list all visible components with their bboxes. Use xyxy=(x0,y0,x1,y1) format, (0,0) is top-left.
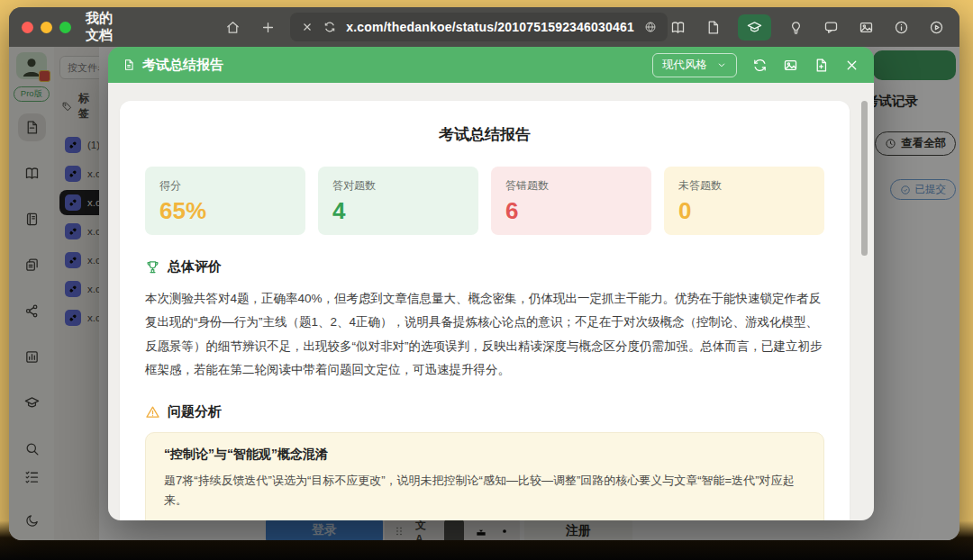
reader-book-icon[interactable] xyxy=(668,17,688,38)
document-icon[interactable] xyxy=(703,17,723,38)
refresh-icon[interactable] xyxy=(323,21,336,33)
stat-correct: 答对题数 4 xyxy=(318,167,478,235)
export-image-icon[interactable] xyxy=(783,58,798,73)
url-text[interactable]: x.com/thedankoe/status/20107515923460304… xyxy=(346,20,634,34)
new-tab-icon[interactable] xyxy=(260,20,276,35)
stat-value: 4 xyxy=(332,199,464,222)
stat-value: 0 xyxy=(678,199,810,222)
modal-scrollbar[interactable] xyxy=(861,101,868,256)
issues-heading-label: 问题分析 xyxy=(168,403,222,420)
overall-heading-label: 总体评价 xyxy=(168,258,222,275)
stat-value: 6 xyxy=(505,199,637,222)
stat-label: 未答题数 xyxy=(678,178,810,194)
exam-mode-button[interactable] xyxy=(738,14,771,41)
issue-body: 题7将“持续反馈迭代”误选为“目标不应更改”，说明未把控制论“感知—比较—调整”… xyxy=(164,471,805,510)
zoom-window-button[interactable] xyxy=(59,22,71,33)
trophy-icon xyxy=(145,259,160,275)
issue-card: “控制论”与“智能观”概念混淆 题7将“持续反馈迭代”误选为“目标不应更改”，说… xyxy=(145,432,824,520)
style-dropdown-value: 现代风格 xyxy=(662,58,707,73)
modal-title: 考试总结报告 xyxy=(142,57,223,74)
top-toolbar xyxy=(668,14,947,41)
export-file-icon[interactable] xyxy=(814,58,829,73)
modal-body: 考试总结报告 得分 65% 答对题数 4 答错题数 6 未 xyxy=(108,83,874,520)
report-doc-icon xyxy=(123,59,135,71)
comment-icon[interactable] xyxy=(821,17,841,38)
titlebar: 我的文档 x.com/thedankoe/status/201075159234… xyxy=(9,7,959,47)
lightbulb-icon[interactable] xyxy=(786,17,806,38)
warning-triangle-icon xyxy=(145,404,160,420)
window-title: 我的文档 xyxy=(86,10,119,44)
play-circle-icon[interactable] xyxy=(926,17,947,38)
issue-title: “控制论”与“智能观”概念混淆 xyxy=(164,447,805,463)
stat-label: 得分 xyxy=(159,178,291,194)
image-icon[interactable] xyxy=(856,17,877,38)
stats-row: 得分 65% 答对题数 4 答错题数 6 未答题数 0 xyxy=(145,167,824,235)
modal-header: 考试总结报告 现代风格 xyxy=(108,47,874,83)
app-window: 我的文档 x.com/thedankoe/status/201075159234… xyxy=(9,7,959,540)
close-tab-icon[interactable] xyxy=(301,21,314,33)
overall-heading: 总体评价 xyxy=(145,258,824,275)
traffic-lights xyxy=(22,22,71,33)
overall-text: 本次测验共答对4题，正确率40%，但考虑到文章信息量大、概念密集，仍体现出一定抓… xyxy=(145,287,824,382)
stat-score: 得分 65% xyxy=(145,167,305,235)
stat-unanswered: 未答题数 0 xyxy=(664,167,824,235)
home-icon[interactable] xyxy=(225,20,241,35)
stat-label: 答对题数 xyxy=(332,178,464,194)
issue-related: 相关题目: 7 xyxy=(164,519,805,520)
close-window-button[interactable] xyxy=(22,22,33,33)
issues-heading: 问题分析 xyxy=(145,403,824,420)
info-icon[interactable] xyxy=(891,17,912,38)
report-card: 考试总结报告 得分 65% 答对题数 4 答错题数 6 未 xyxy=(120,101,850,520)
browser-tab[interactable]: x.com/thedankoe/status/20107515923460304… xyxy=(290,13,668,41)
style-dropdown[interactable]: 现代风格 xyxy=(652,53,737,77)
close-modal-icon[interactable] xyxy=(844,58,859,73)
regenerate-icon[interactable] xyxy=(752,58,768,73)
globe-icon xyxy=(644,21,657,33)
stat-wrong: 答错题数 6 xyxy=(491,167,651,235)
minimize-window-button[interactable] xyxy=(41,22,52,33)
stat-value: 65% xyxy=(159,199,291,222)
chevron-down-icon xyxy=(716,59,727,70)
report-title: 考试总结报告 xyxy=(145,124,824,145)
exam-summary-modal: 考试总结报告 现代风格 考试总结报告 得分 65% xyxy=(108,47,874,520)
stat-label: 答错题数 xyxy=(505,178,637,194)
